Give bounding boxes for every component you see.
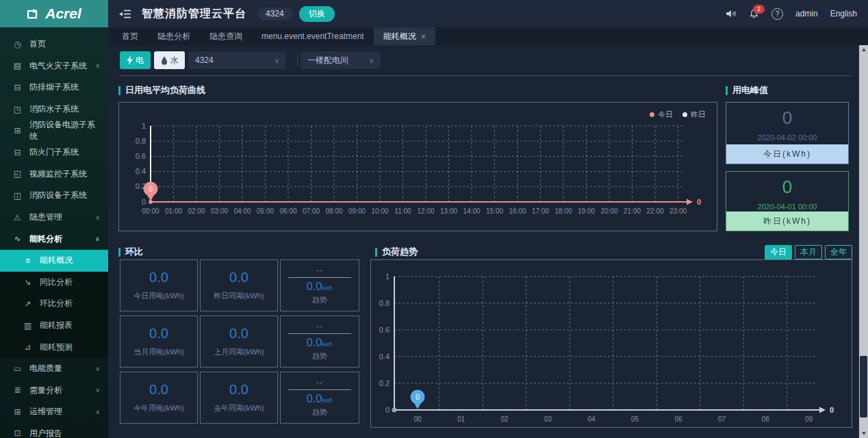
report-icon: ▥ [23,321,33,331]
sidebar-item-防火门子系统[interactable]: ⊟防火门子系统 [0,142,108,164]
tab-3[interactable]: menu.event.eventTreatment [252,27,374,45]
switch-button[interactable]: 切换 [299,6,335,22]
sidebar-item-能耗分析[interactable]: ∿能耗分析∧ [0,228,108,250]
speaker-icon[interactable] [726,9,737,18]
svg-text:16:00: 16:00 [509,207,526,215]
trend-dash: -- [316,378,322,386]
tab-2[interactable]: 隐患查询 [200,27,252,45]
tab-1[interactable]: 隐患分析 [148,27,200,45]
page-title: 智慧消防管理云平台 [142,7,246,21]
svg-text:07: 07 [718,415,726,423]
daily-load-chart[interactable]: 00.20.40.60.81000:0001:0002:0003:0004:00… [119,103,717,231]
room-select-value: 一楼配电间 [307,55,348,66]
station-select-value: 4324 [195,55,214,65]
trend-button-全年[interactable]: 全年 [825,245,852,259]
svg-text:0.8: 0.8 [136,137,146,145]
trend-button-本月[interactable]: 本月 [795,245,822,259]
filter-separator [120,75,852,76]
legend-label: 昨日 [691,110,706,120]
device-icon: ◫ [12,191,23,201]
svg-text:20:00: 20:00 [600,207,617,215]
water-toggle-button[interactable]: 水 [154,51,185,69]
ring-label: 去年同期(kWh) [214,403,264,413]
sidebar-item-能耗预测[interactable]: ⊿能耗预测 [0,336,108,358]
daily-load-chart-panel: 今日昨日 00.20.40.60.81000:0001:0002:0003:00… [118,102,717,231]
sidebar-item-运维管理[interactable]: ⊞运维管理∨ [0,401,108,423]
legend-item-昨日[interactable]: 昨日 [682,110,706,120]
notifications-bell[interactable]: 2 [749,9,759,19]
close-tab-icon[interactable]: × [421,31,426,42]
load-trend-chart[interactable]: 00.20.40.60.810000102030405060708090 [371,260,852,427]
sidebar-item-防排烟子系统[interactable]: ⊟防排烟子系统 [0,77,108,99]
sidebar-item-电能质量[interactable]: ▭电能质量∨ [0,358,108,380]
svg-text:0: 0 [416,394,420,401]
water-label: 水 [170,55,179,66]
trend-divider [288,389,351,390]
scroll-down-button[interactable] [859,429,868,438]
forecast-icon: ⊿ [23,342,33,352]
sidebar-item-能耗概况[interactable]: ≡能耗概况 [0,250,108,272]
trend-value: 0.0kwh [307,337,333,349]
station-select[interactable]: 4324 ∨ [188,51,286,69]
scroll-up-icon [862,48,866,51]
sidebar-item-消防设备子系统[interactable]: ◫消防设备子系统 [0,185,108,207]
ring-previous-0: 0.0昨日同期(kWh) [200,259,278,311]
demand-icon: ≣ [12,385,23,395]
scroll-up-button[interactable] [859,45,868,54]
sidebar-item-环比分析[interactable]: ↗环比分析 [0,293,108,315]
svg-text:0: 0 [149,185,153,193]
sidebar-item-用户报告[interactable]: ⊡用户报告 [0,423,108,438]
sidebar-item-label: 能耗概况 [40,255,73,266]
chevron-down-icon: ∨ [95,387,100,394]
sidebar-item-电气火灾子系统[interactable]: ▤电气火灾子系统∨ [0,55,108,77]
trend-chart-panel: 00.20.40.60.810000102030405060708090 [370,259,852,428]
top-header: 智慧消防管理云平台 4324 切换 2 ? admin English [108,0,868,27]
vertical-scrollbar[interactable] [859,45,868,438]
tab-0[interactable]: 首页 [112,27,148,45]
svg-text:09: 09 [805,415,813,423]
sidebar-item-视频监控子系统[interactable]: ◱视频监控子系统 [0,164,108,185]
help-icon[interactable]: ? [771,8,783,20]
sidebar-item-首页[interactable]: ◷首页 [0,34,108,55]
chart-icon: ▤ [12,61,23,70]
trend-unit: kwh [322,341,333,348]
overview-icon: ≡ [23,256,33,266]
electric-toggle-button[interactable]: 电 [120,51,151,69]
legend-item-今日[interactable]: 今日 [650,110,673,120]
sidebar-item-消防水子系统[interactable]: ◳消防水子系统 [0,99,108,120]
trend-button-今日[interactable]: 今日 [765,245,792,259]
chevron-down-icon: ∨ [275,57,279,64]
ring-current-1: 0.0当月用电(kWh) [120,315,198,368]
peak-card-yesterday: 0 2020-04-01 00:00 昨日(kWh) [726,171,849,231]
scrollbar-thumb[interactable] [860,356,867,417]
sidebar-item-隐患管理[interactable]: ⚠隐患管理∨ [0,207,108,229]
ring-title: 环比 [118,246,143,258]
electric-label: 电 [136,55,144,66]
svg-text:14:00: 14:00 [463,207,480,215]
svg-text:1: 1 [385,272,390,281]
sidebar-item-label: 消防设备电源子系统 [29,119,100,142]
svg-text:0: 0 [697,198,701,206]
sidebar-item-能耗报表[interactable]: ▥能耗报表 [0,315,108,337]
svg-text:17:00: 17:00 [532,207,549,215]
room-select[interactable]: 一楼配电间 ∨ [301,51,381,69]
logo-text: Acrel [45,5,81,22]
ring-value: 0.0 [229,326,248,342]
ring-value: 0.0 [229,270,248,285]
collapse-menu-icon[interactable] [119,10,131,18]
svg-text:18:00: 18:00 [554,207,572,215]
language-switch[interactable]: English [830,9,857,18]
mom-icon: ↗ [23,299,33,309]
water-system-icon: ◳ [12,105,23,114]
sidebar-submenu: ≡能耗概况↘同比分析↗环比分析▥能耗报表⊿能耗预测 [0,250,108,358]
home-icon: ◷ [12,40,23,49]
lightning-icon [127,55,133,65]
tab-4[interactable]: 能耗概况× [374,27,436,45]
username[interactable]: admin [795,9,818,18]
tab-label: 隐患分析 [157,31,190,42]
svg-text:0: 0 [830,406,834,414]
svg-text:01:00: 01:00 [165,207,182,215]
sidebar-item-同比分析[interactable]: ↘同比分析 [0,272,108,294]
sidebar-item-需量分析[interactable]: ≣需量分析∨ [0,380,108,402]
sidebar-item-消防设备电源子系统[interactable]: ⊞消防设备电源子系统 [0,120,108,142]
